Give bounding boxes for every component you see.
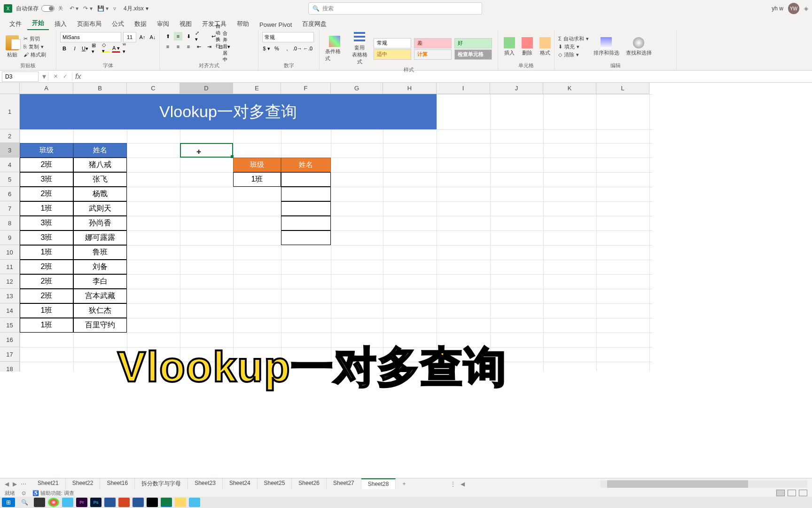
diamond-icon[interactable]: ◈ [804, 5, 808, 12]
cancel-formula-icon[interactable]: ✕ [51, 72, 60, 81]
tab-审阅[interactable]: 审阅 [152, 18, 174, 30]
col-header-K[interactable]: K [543, 83, 596, 94]
tab-公式[interactable]: 公式 [107, 18, 129, 30]
col-header-G[interactable]: G [331, 83, 383, 94]
add-sheet-button[interactable]: ＋ [396, 480, 413, 488]
photoshop-icon[interactable]: Ps [90, 498, 102, 507]
search-box[interactable]: 🔍 搜索 [308, 2, 482, 15]
row-header-14[interactable]: 14 [0, 303, 20, 318]
left-row-4-class[interactable]: 3班 [20, 216, 73, 230]
redo-icon[interactable]: ↷ ▾ [83, 5, 92, 12]
col-header-A[interactable]: A [20, 83, 73, 94]
indent-inc-icon[interactable]: ⇥ [205, 42, 213, 51]
row-header-17[interactable]: 17 [0, 347, 20, 362]
left-row-8-name[interactable]: 李白 [73, 274, 127, 289]
row-header-7[interactable]: 7 [0, 201, 20, 216]
format-cells-button[interactable]: 格式 [538, 37, 553, 56]
undo-icon[interactable]: ↶ ▾ [70, 5, 78, 12]
align-center-icon[interactable]: ≡ [174, 42, 182, 51]
phonetic-button[interactable]: ᵂ ▾ [122, 44, 131, 53]
style-check[interactable]: 检查单元格 [454, 49, 492, 60]
delete-cells-button[interactable]: 删除 [520, 37, 535, 56]
align-bottom-icon[interactable]: ⬇ [184, 32, 193, 40]
comma-icon[interactable]: , [283, 44, 291, 53]
tab-插入[interactable]: 插入 [50, 18, 71, 30]
border-button[interactable]: ⊞ ▾ [91, 44, 100, 53]
left-row-10-name[interactable]: 狄仁杰 [73, 303, 127, 318]
style-calc[interactable]: 计算 [414, 49, 452, 60]
right-result-3[interactable] [281, 216, 331, 230]
left-row-5-name[interactable]: 娜可露露 [73, 230, 127, 245]
chrome-icon[interactable] [48, 498, 59, 507]
sheet-tab-Sheet22[interactable]: Sheet22 [66, 478, 101, 489]
fx-icon[interactable]: fx [72, 72, 84, 81]
col-header-L[interactable]: L [596, 83, 649, 94]
col-header-H[interactable]: H [383, 83, 437, 94]
row-header-18[interactable]: 18 [0, 362, 20, 372]
row-header-9[interactable]: 9 [0, 230, 20, 245]
sheet-tab-拆分数字与字母[interactable]: 拆分数字与字母 [135, 478, 188, 489]
left-row-5-class[interactable]: 3班 [20, 230, 73, 245]
align-middle-icon[interactable]: ≡ [174, 32, 182, 40]
row-header-12[interactable]: 12 [0, 274, 20, 289]
sheet-title[interactable]: Vlookup一对多查询 [20, 94, 437, 129]
active-cell[interactable] [180, 143, 233, 158]
font-size-select[interactable] [123, 32, 136, 42]
orientation-icon[interactable]: ⤢ ▾ [195, 32, 203, 40]
row-header-1[interactable]: 1 [0, 94, 20, 129]
autosave[interactable]: 自动保存 关 [16, 5, 63, 13]
tab-帮助[interactable]: 帮助 [232, 18, 254, 30]
row-header-13[interactable]: 13 [0, 289, 20, 303]
horizontal-scrollbar[interactable] [601, 480, 807, 488]
select-all-corner[interactable] [0, 83, 20, 94]
accessibility-label[interactable]: ♿ 辅助功能: 调查 [32, 490, 74, 497]
sheet-tab-Sheet28[interactable]: Sheet28 [361, 478, 396, 489]
left-header-class[interactable]: 班级 [20, 143, 73, 158]
name-box[interactable]: D3 [2, 71, 39, 82]
right-header-class[interactable]: 班级 [233, 158, 281, 172]
percent-icon[interactable]: % [273, 44, 281, 53]
left-row-7-class[interactable]: 2班 [20, 260, 73, 274]
tab-视图[interactable]: 视图 [175, 18, 196, 30]
align-top-icon[interactable]: ⬆ [164, 32, 172, 40]
right-result-4[interactable] [281, 230, 331, 245]
taskbar-app-2[interactable] [62, 498, 73, 507]
row-header-3[interactable]: 3 [0, 143, 20, 158]
dec-decimal-icon[interactable]: ←.0 [304, 44, 312, 53]
left-row-3-class[interactable]: 1班 [20, 201, 73, 216]
autosave-toggle[interactable] [41, 5, 55, 12]
cond-format-button[interactable]: 条件格式 [323, 36, 346, 62]
row-header-15[interactable]: 15 [0, 318, 20, 333]
tab-开发工具[interactable]: 开发工具 [197, 18, 231, 30]
qat-more-icon[interactable]: ▿ [113, 5, 116, 12]
align-right-icon[interactable]: ≡ [184, 42, 193, 51]
tab-页面布局[interactable]: 页面布局 [72, 18, 106, 30]
increase-font-icon[interactable]: A↑ [138, 33, 147, 41]
normal-view-icon[interactable] [776, 490, 785, 496]
align-left-icon[interactable]: ≡ [164, 42, 172, 51]
chevron-down-icon[interactable]: ▾ [146, 5, 148, 12]
left-row-6-class[interactable]: 1班 [20, 245, 73, 260]
left-header-name[interactable]: 姓名 [73, 143, 127, 158]
tab-Power Pivot[interactable]: Power Pivot [255, 19, 297, 30]
sheet-tab-Sheet24[interactable]: Sheet24 [223, 478, 258, 489]
taskbar-app-4[interactable] [147, 498, 158, 507]
format-painter-button[interactable]: 🖌 格式刷 [23, 51, 46, 58]
merge-button[interactable]: ⊟ 合并后居中 ▾ [220, 42, 228, 51]
clear-button[interactable]: ◇ 清除 ▾ [558, 51, 589, 58]
col-header-B[interactable]: B [73, 83, 127, 94]
right-result-0[interactable] [281, 172, 331, 187]
hscroll-left-icon[interactable]: ◀ [461, 481, 465, 487]
excel-taskbar-icon[interactable] [161, 498, 172, 507]
left-row-7-name[interactable]: 刘备 [73, 260, 127, 274]
left-row-10-class[interactable]: 1班 [20, 303, 73, 318]
style-mid[interactable]: 适中 [374, 49, 411, 60]
col-header-C[interactable]: C [127, 83, 180, 94]
right-result-1[interactable] [281, 187, 331, 201]
left-row-2-class[interactable]: 2班 [20, 187, 73, 201]
bold-button[interactable]: B [60, 44, 69, 53]
table-format-button[interactable]: 套用 表格格式 [349, 32, 371, 65]
row-header-10[interactable]: 10 [0, 245, 20, 260]
inc-decimal-icon[interactable]: .0→ [293, 44, 302, 53]
row-header-5[interactable]: 5 [0, 172, 20, 187]
